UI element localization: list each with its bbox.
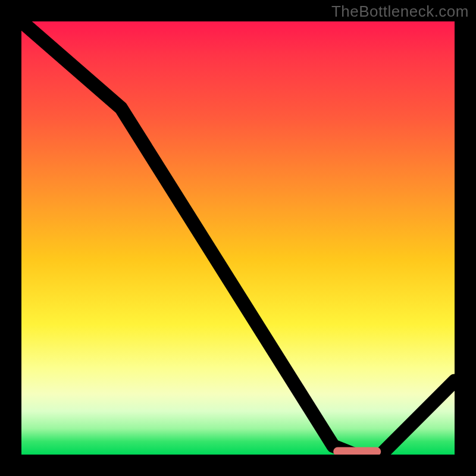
plot-area — [21, 21, 455, 455]
chart-overlay — [21, 21, 455, 455]
watermark-text: TheBottleneck.com — [331, 2, 469, 21]
chart-frame: TheBottleneck.com — [0, 0, 476, 476]
bottleneck-curve — [21, 21, 455, 455]
optimal-range-marker — [333, 447, 381, 455]
